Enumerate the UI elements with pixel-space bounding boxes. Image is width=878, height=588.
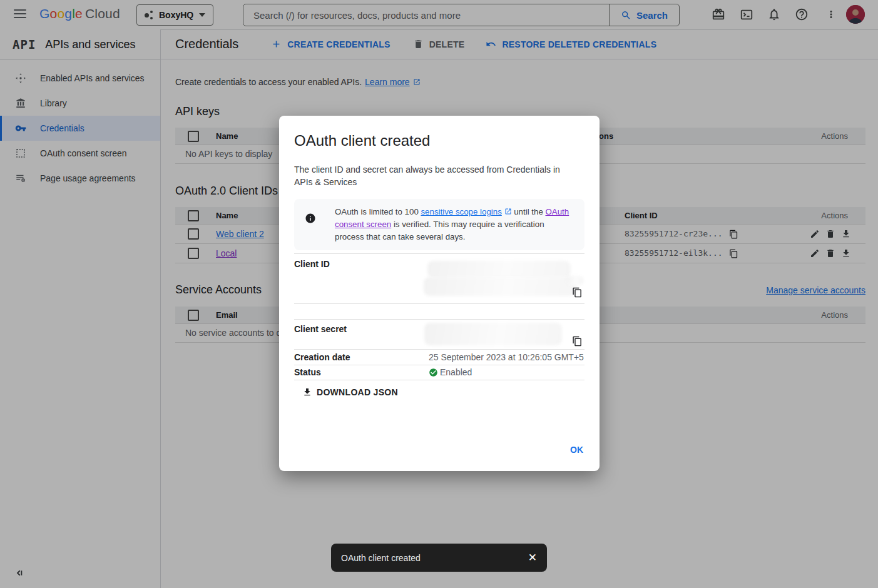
redacted-client-id xyxy=(566,276,584,285)
dialog-body-text: The client ID and secret can always be a… xyxy=(294,163,569,188)
status-badge: Enabled xyxy=(429,365,472,380)
toast-notification: OAuth client created ✕ xyxy=(331,544,547,572)
dialog-details: Client ID Client secret Creation date 25… xyxy=(294,253,584,380)
status-row: Status Enabled xyxy=(294,365,584,380)
toast-message: OAuth client created xyxy=(341,553,421,563)
client-id-label: Client ID xyxy=(294,254,429,303)
client-secret-row: Client secret xyxy=(294,319,584,350)
notice-part1: OAuth is limited to 100 xyxy=(335,207,421,216)
client-id-row: Client ID xyxy=(294,253,584,304)
redacted-client-secret xyxy=(424,323,562,345)
creation-date-value: 25 September 2023 at 10:26:05 GMT+5 xyxy=(429,350,584,365)
ok-button[interactable]: OK xyxy=(570,445,583,455)
status-value: Enabled xyxy=(440,365,472,380)
notice-part2: until the xyxy=(512,207,546,216)
row-spacer xyxy=(294,304,584,319)
copy-client-secret-icon[interactable] xyxy=(572,336,583,347)
external-link-icon xyxy=(504,208,512,215)
dialog-notice: OAuth is limited to 100 sensitive scope … xyxy=(294,199,584,250)
creation-date-label: Creation date xyxy=(294,350,429,365)
status-label: Status xyxy=(294,365,429,380)
redacted-client-id xyxy=(424,277,576,296)
check-circle-icon xyxy=(429,368,438,377)
redacted-client-id xyxy=(427,261,571,278)
screen: GoogleCloud BoxyHQ Search (/) for resour… xyxy=(0,0,878,588)
notice-text: OAuth is limited to 100 sensitive scope … xyxy=(335,206,569,243)
download-icon xyxy=(302,387,312,397)
copy-client-id-icon[interactable] xyxy=(572,287,583,298)
download-json-button[interactable]: DOWNLOAD JSON xyxy=(302,387,600,397)
sensitive-scope-logins-link[interactable]: sensitive scope logins xyxy=(421,207,501,216)
oauth-client-created-dialog: OAuth client created The client ID and s… xyxy=(279,116,600,471)
client-secret-label: Client secret xyxy=(294,320,429,349)
close-icon[interactable]: ✕ xyxy=(528,551,537,564)
creation-date-row: Creation date 25 September 2023 at 10:26… xyxy=(294,350,584,365)
download-json-label: DOWNLOAD JSON xyxy=(317,387,398,397)
dialog-title: OAuth client created xyxy=(294,132,584,150)
info-icon xyxy=(305,213,316,224)
